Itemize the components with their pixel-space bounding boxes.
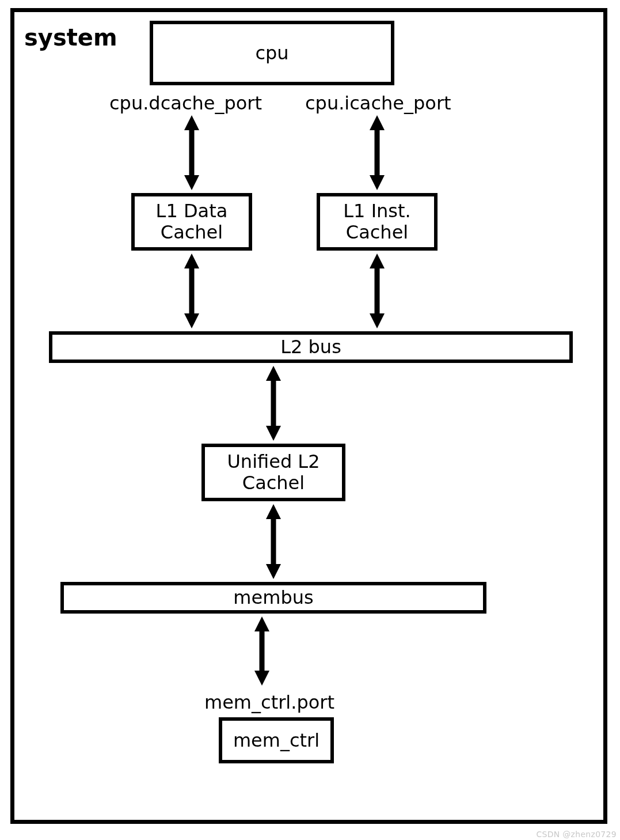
arrow-l2cache-membus bbox=[265, 504, 282, 579]
svg-marker-2 bbox=[184, 175, 199, 190]
svg-marker-5 bbox=[370, 175, 385, 190]
label-dcache-port: cpu.dcache_port bbox=[109, 92, 262, 114]
svg-marker-8 bbox=[184, 313, 199, 328]
svg-marker-16 bbox=[266, 504, 281, 519]
arrow-cpu-l1d bbox=[183, 115, 200, 190]
watermark: CSDN @zhenz0729 bbox=[536, 830, 617, 839]
svg-marker-19 bbox=[254, 616, 269, 631]
node-cpu: cpu bbox=[150, 21, 394, 85]
svg-marker-17 bbox=[266, 564, 281, 579]
svg-marker-11 bbox=[370, 313, 385, 328]
label-icache-port: cpu.icache_port bbox=[305, 92, 451, 114]
svg-marker-13 bbox=[266, 366, 281, 381]
svg-marker-14 bbox=[266, 426, 281, 441]
node-membus: membus bbox=[60, 582, 486, 614]
node-mem-ctrl: mem_ctrl bbox=[219, 717, 334, 763]
system-title: system bbox=[24, 24, 117, 51]
node-l1-data-cache: L1 Data Cachel bbox=[131, 193, 252, 251]
node-l2-bus: L2 bus bbox=[49, 331, 573, 363]
diagram-canvas: system cpu cpu.dcache_port cpu.icache_po… bbox=[0, 0, 620, 840]
arrow-l1d-l2bus bbox=[183, 253, 200, 328]
arrow-l2bus-l2cache bbox=[265, 366, 282, 441]
arrow-cpu-l1i bbox=[368, 115, 386, 190]
label-memctrl-port: mem_ctrl.port bbox=[204, 691, 334, 713]
svg-marker-4 bbox=[370, 115, 385, 130]
node-unified-l2-cache: Unified L2 Cachel bbox=[201, 444, 345, 501]
svg-marker-1 bbox=[184, 115, 199, 130]
svg-marker-10 bbox=[370, 253, 385, 268]
node-l1-inst-cache: L1 Inst. Cachel bbox=[317, 193, 438, 251]
svg-marker-20 bbox=[254, 671, 269, 686]
svg-marker-7 bbox=[184, 253, 199, 268]
arrow-l1i-l2bus bbox=[368, 253, 386, 328]
arrow-membus-memctrl bbox=[253, 616, 271, 686]
